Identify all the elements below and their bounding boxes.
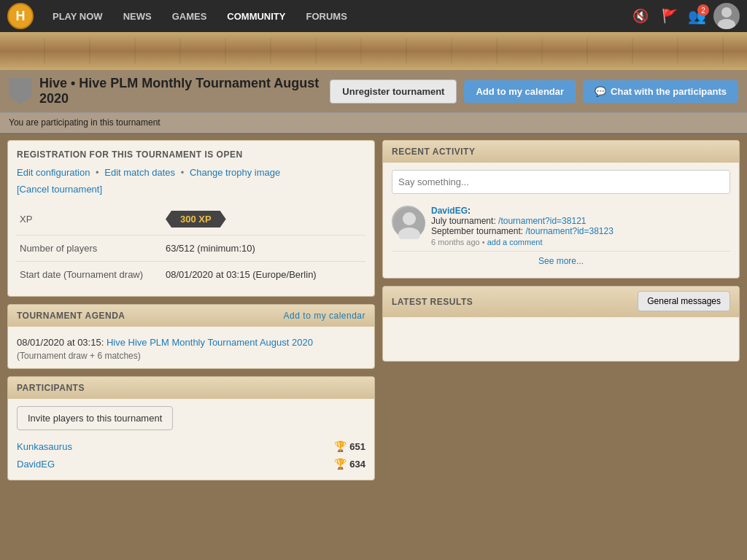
edit-match-dates-link[interactable]: Edit match dates bbox=[104, 167, 175, 178]
activity-username: DavidEG: bbox=[431, 206, 471, 216]
start-date-row: Start date (Tournament draw) 08/01/2020 … bbox=[17, 262, 365, 288]
nav-play-now[interactable]: PLAY NOW bbox=[42, 0, 113, 32]
edit-configuration-link[interactable]: Edit configuration bbox=[17, 167, 90, 178]
start-date-value: 08/01/2020 at 03:15 (Europe/Berlin) bbox=[163, 262, 365, 288]
tournament-title: Hive • Hive PLM Monthly Tournament Augus… bbox=[39, 76, 322, 106]
recent-activity-title: RECENT ACTIVITY bbox=[392, 147, 475, 157]
chat-participants-button[interactable]: 💬 Chat with the participants bbox=[583, 80, 738, 103]
notifications-badge[interactable]: 👥 2 bbox=[688, 7, 706, 25]
xp-trophy-icon-2: 🏆 bbox=[334, 458, 347, 470]
xp-row: XP 300 XP bbox=[17, 203, 365, 236]
participant-row: Kunkasaurus 🏆 651 bbox=[17, 438, 365, 455]
participant-xp-davideg: 🏆 634 bbox=[334, 458, 365, 470]
participants-list: Kunkasaurus 🏆 651 DavidEG 🏆 634 bbox=[17, 438, 365, 472]
invite-players-button[interactable]: Invite players to this tournament bbox=[17, 406, 173, 430]
activity-user-avatar bbox=[392, 206, 424, 238]
participant-kunkasaurus[interactable]: Kunkasaurus bbox=[17, 441, 72, 452]
registration-panel: REGISTRATION FOR THIS TOURNAMENT IS OPEN… bbox=[7, 140, 375, 297]
agenda-title: TOURNAMENT AGENDA bbox=[17, 311, 125, 321]
svg-point-3 bbox=[721, 7, 732, 18]
participant-row: DavidEG 🏆 634 bbox=[17, 455, 365, 472]
participant-xp-kunkasaurus: 🏆 651 bbox=[334, 440, 365, 452]
agenda-event-time: 08/01/2020 at 03:15: bbox=[17, 337, 104, 348]
activity-line1-text: July tournament: bbox=[431, 216, 496, 226]
activity-tournament-link-1[interactable]: /tournament?id=38121 bbox=[498, 216, 586, 226]
participants-title: PARTICIPANTS bbox=[17, 383, 85, 393]
xp-trophy-icon-1: 🏆 bbox=[334, 440, 347, 452]
edit-links-row: Edit configuration • Edit match dates • … bbox=[17, 167, 365, 178]
agenda-event: 08/01/2020 at 03:15: Hive Hive PLM Month… bbox=[17, 334, 365, 351]
say-something-input[interactable] bbox=[392, 170, 730, 194]
see-more-link[interactable]: See more... bbox=[392, 251, 730, 271]
recent-activity-panel: RECENT ACTIVITY DavidEG: bbox=[382, 140, 740, 279]
agenda-panel: TOURNAMENT AGENDA Add to my calendar 08/… bbox=[7, 304, 375, 369]
latest-results-title: LATEST RESULTS bbox=[392, 297, 473, 307]
activity-separator: • bbox=[482, 238, 485, 246]
participants-header: PARTICIPANTS bbox=[8, 377, 374, 399]
activity-meta: 6 months ago • add a comment bbox=[431, 238, 730, 246]
right-column: RECENT ACTIVITY DavidEG: bbox=[382, 140, 740, 481]
tournament-shield-icon bbox=[9, 78, 32, 104]
recent-activity-body: DavidEG: July tournament: /tournament?id… bbox=[383, 163, 739, 278]
activity-text-block: DavidEG: July tournament: /tournament?id… bbox=[431, 206, 730, 246]
activity-tournament-link-2[interactable]: /tournament?id=38123 bbox=[525, 226, 613, 236]
cancel-tournament-link[interactable]: [Cancel tournament] bbox=[17, 184, 365, 195]
latest-results-header: LATEST RESULTS General messages bbox=[383, 287, 739, 317]
xp-value-davideg: 634 bbox=[349, 459, 365, 470]
badge-count: 2 bbox=[697, 4, 709, 16]
participants-body: Invite players to this tournament Kunkas… bbox=[8, 399, 374, 480]
tournament-info-table: XP 300 XP Number of players 63/512 (mini… bbox=[17, 203, 365, 287]
flag-button[interactable]: 🚩 bbox=[659, 5, 681, 27]
chat-icon: 💬 bbox=[595, 86, 606, 97]
participant-davideg[interactable]: DavidEG bbox=[17, 459, 55, 470]
general-messages-button[interactable]: General messages bbox=[638, 291, 730, 311]
latest-results-body bbox=[383, 317, 739, 361]
activity-item: DavidEG: July tournament: /tournament?id… bbox=[392, 201, 730, 251]
recent-activity-header: RECENT ACTIVITY bbox=[383, 141, 739, 163]
participation-status: You are participating in this tournament bbox=[0, 113, 747, 133]
agenda-header: TOURNAMENT AGENDA Add to my calendar bbox=[8, 305, 374, 327]
top-navigation: H PLAY NOW NEWS GAMES COMMUNITY FORUMS 🔇… bbox=[0, 0, 747, 32]
start-date-label: Start date (Tournament draw) bbox=[17, 262, 163, 288]
xp-value-kunkasaurus: 651 bbox=[349, 441, 365, 452]
agenda-body: 08/01/2020 at 03:15: Hive Hive PLM Month… bbox=[8, 327, 374, 368]
agenda-add-calendar-link[interactable]: Add to my calendar bbox=[284, 311, 365, 321]
latest-results-panel: LATEST RESULTS General messages bbox=[382, 286, 740, 362]
xp-label: XP bbox=[17, 203, 163, 236]
left-column: REGISTRATION FOR THIS TOURNAMENT IS OPEN… bbox=[7, 140, 375, 481]
svg-point-6 bbox=[403, 212, 416, 225]
agenda-event-sub: (Tournament draw + 6 matches) bbox=[17, 351, 365, 361]
registration-title: REGISTRATION FOR THIS TOURNAMENT IS OPEN bbox=[17, 149, 365, 160]
add-calendar-header-button[interactable]: Add to my calendar bbox=[464, 80, 576, 103]
activity-user-link[interactable]: DavidEG bbox=[431, 206, 468, 216]
participants-panel: PARTICIPANTS Invite players to this tour… bbox=[7, 376, 375, 481]
players-row: Number of players 63/512 (minimum:10) bbox=[17, 236, 365, 262]
wood-divider bbox=[0, 32, 747, 70]
tournament-header: Hive • Hive PLM Monthly Tournament Augus… bbox=[0, 70, 747, 113]
svg-text:H: H bbox=[16, 9, 26, 23]
activity-time: 6 months ago bbox=[431, 238, 480, 246]
unregister-button[interactable]: Unregister tournament bbox=[330, 79, 457, 104]
xp-badge: 300 XP bbox=[166, 211, 226, 228]
agenda-event-link[interactable]: Hive Hive PLM Monthly Tournament August … bbox=[107, 337, 313, 348]
players-value: 63/512 (minimum:10) bbox=[163, 236, 365, 262]
nav-community[interactable]: COMMUNITY bbox=[217, 0, 295, 32]
nav-news[interactable]: NEWS bbox=[113, 0, 162, 32]
site-logo[interactable]: H bbox=[7, 3, 34, 29]
players-label: Number of players bbox=[17, 236, 163, 262]
activity-line2-text: September tournament: bbox=[431, 226, 523, 236]
nav-forums[interactable]: FORUMS bbox=[295, 0, 357, 32]
mute-button[interactable]: 🔇 bbox=[630, 5, 651, 27]
separator-dot-1: • bbox=[96, 167, 101, 178]
separator-dot-2: • bbox=[181, 167, 187, 178]
user-avatar[interactable] bbox=[713, 3, 740, 29]
change-trophy-link[interactable]: Change trophy image bbox=[190, 167, 280, 178]
nav-games[interactable]: GAMES bbox=[162, 0, 217, 32]
main-content: REGISTRATION FOR THIS TOURNAMENT IS OPEN… bbox=[0, 133, 747, 488]
add-comment-link[interactable]: add a comment bbox=[487, 238, 543, 246]
